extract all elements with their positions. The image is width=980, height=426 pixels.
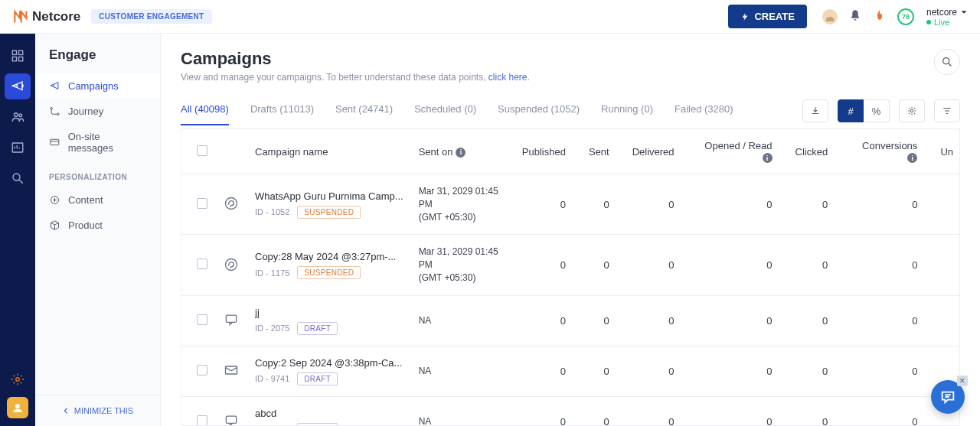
user-avatar-icon[interactable] <box>822 9 838 24</box>
rail-dashboard[interactable] <box>5 43 31 69</box>
info-icon[interactable]: i <box>763 153 773 163</box>
sent-on-value: Mar 31, 2029 01:45 PM(GMT +05:30) <box>419 185 507 223</box>
sidebar-item-label: On-site messages <box>68 131 146 154</box>
svg-point-8 <box>16 378 20 382</box>
sidebar-item-label: Product <box>68 220 103 231</box>
un-value <box>933 174 960 235</box>
info-icon[interactable]: i <box>456 148 466 158</box>
score-ring[interactable]: 78 <box>897 8 914 25</box>
svg-point-9 <box>15 404 19 408</box>
svg-point-7 <box>13 174 20 180</box>
main-content: Campaigns View and manage your campaigns… <box>161 34 980 426</box>
status-badge: SUSPENDED <box>297 266 361 279</box>
select-all-checkbox[interactable] <box>197 145 207 156</box>
un-value <box>933 235 960 295</box>
un-value <box>933 295 960 346</box>
download-button[interactable] <box>802 99 828 122</box>
close-fab[interactable]: ✕ <box>957 376 968 386</box>
sent-value: 0 <box>581 295 625 346</box>
content-icon <box>49 194 60 206</box>
filter-icon <box>942 106 952 116</box>
account-menu[interactable]: netcore Live <box>926 7 968 27</box>
col-sent[interactable]: Sent <box>581 129 625 174</box>
fire-icon[interactable] <box>873 8 887 24</box>
col-opened[interactable]: Opened / Readi <box>690 129 788 174</box>
row-checkbox[interactable] <box>197 314 207 325</box>
svg-rect-20 <box>226 417 236 424</box>
rail-audience[interactable] <box>5 104 31 130</box>
svg-point-4 <box>15 113 18 117</box>
brand-logo[interactable]: Netcore <box>12 9 80 24</box>
campaign-id: ID - 9741 <box>255 374 289 383</box>
settings-button[interactable] <box>899 99 925 122</box>
delivered-value: 0 <box>625 396 690 426</box>
tab[interactable]: Suspended (1052) <box>498 103 580 125</box>
table-row[interactable]: jjID - 2075DRAFTNA000000 <box>181 295 960 346</box>
table-row[interactable]: abcdID - 2074DRAFTNA000000 <box>181 396 960 426</box>
sidebar-item-campaigns[interactable]: Campaigns <box>35 73 160 99</box>
whatsapp-icon <box>223 195 240 212</box>
col-published[interactable]: Published <box>514 129 581 174</box>
rail-settings[interactable] <box>5 366 31 392</box>
sidebar-section-personalization: PERSONALIZATION <box>35 161 160 187</box>
svg-rect-12 <box>51 139 59 145</box>
sidebar-item-product[interactable]: Product <box>35 213 160 238</box>
learn-more-link[interactable]: click here <box>488 72 528 83</box>
conversions-value: 0 <box>843 295 933 346</box>
account-name: netcore <box>926 7 957 18</box>
info-icon[interactable]: i <box>907 153 917 163</box>
chevron-left-icon <box>62 407 70 415</box>
sent-on-value: Mar 31, 2029 01:45 PM(GMT +05:30) <box>419 246 507 284</box>
sent-on-value: NA <box>419 314 507 327</box>
col-name[interactable]: Campaign name <box>247 129 411 174</box>
col-sent-on[interactable]: Sent oni <box>411 129 514 174</box>
row-checkbox[interactable] <box>197 259 207 269</box>
clicked-value: 0 <box>788 346 844 396</box>
minimize-sidebar[interactable]: MINIMIZE THIS <box>35 395 160 426</box>
toggle-count[interactable]: # <box>838 99 864 122</box>
row-checkbox[interactable] <box>197 365 207 376</box>
tab[interactable]: Drafts (11013) <box>250 103 314 125</box>
search-button[interactable] <box>934 49 960 75</box>
tab[interactable]: Running (0) <box>601 103 653 125</box>
clicked-value: 0 <box>788 174 844 235</box>
rail-profile[interactable] <box>7 397 28 418</box>
tab[interactable]: All (40098) <box>181 103 229 125</box>
bell-icon[interactable] <box>848 8 862 24</box>
sidebar-item-onsite[interactable]: On-site messages <box>35 124 160 161</box>
chat-fab[interactable]: ✕ <box>931 380 965 414</box>
campaign-name: Copy:28 May 2024 @3:27pm-... <box>255 251 403 262</box>
table-row[interactable]: Copy:28 May 2024 @3:27pm-...ID - 1175SUS… <box>181 235 960 295</box>
opened-value: 0 <box>690 346 788 396</box>
table-row[interactable]: WhatsApp Guru Purnima Camp...ID - 1052SU… <box>181 174 960 235</box>
sidebar-title: Engage <box>35 34 160 73</box>
col-unsubscribed[interactable]: Un <box>933 129 960 174</box>
svg-point-17 <box>226 259 237 270</box>
table-row[interactable]: Copy:2 Sep 2024 @3:38pm-Ca...ID - 9741DR… <box>181 346 960 396</box>
campaign-name: Copy:2 Sep 2024 @3:38pm-Ca... <box>255 357 403 369</box>
published-value: 0 <box>514 295 581 346</box>
svg-point-5 <box>19 114 22 117</box>
svg-point-14 <box>943 58 949 64</box>
row-checkbox[interactable] <box>197 415 207 426</box>
col-delivered[interactable]: Delivered <box>625 129 690 174</box>
sidebar-item-journey[interactable]: Journey <box>35 99 160 124</box>
col-conversions[interactable]: Conversionsi <box>843 129 933 174</box>
sidebar-item-content[interactable]: Content <box>35 187 160 213</box>
rail-reports[interactable] <box>5 135 31 161</box>
rail-engage[interactable] <box>5 73 31 99</box>
tab[interactable]: Sent (24741) <box>335 103 393 125</box>
create-button[interactable]: CREATE <box>728 5 806 28</box>
chat-icon <box>939 389 956 405</box>
top-header: Netcore CUSTOMER ENGAGEMENT CREATE 78 ne… <box>0 0 980 34</box>
col-clicked[interactable]: Clicked <box>788 129 844 174</box>
row-checkbox[interactable] <box>197 198 207 209</box>
sms-icon <box>223 412 240 426</box>
filter-button[interactable] <box>934 99 960 122</box>
brand-name: Netcore <box>32 9 80 24</box>
tab[interactable]: Failed (3280) <box>675 103 733 125</box>
rail-search[interactable] <box>5 165 31 191</box>
tab[interactable]: Scheduled (0) <box>414 103 476 125</box>
conversions-value: 0 <box>843 235 933 295</box>
toggle-percent[interactable]: % <box>864 99 890 122</box>
